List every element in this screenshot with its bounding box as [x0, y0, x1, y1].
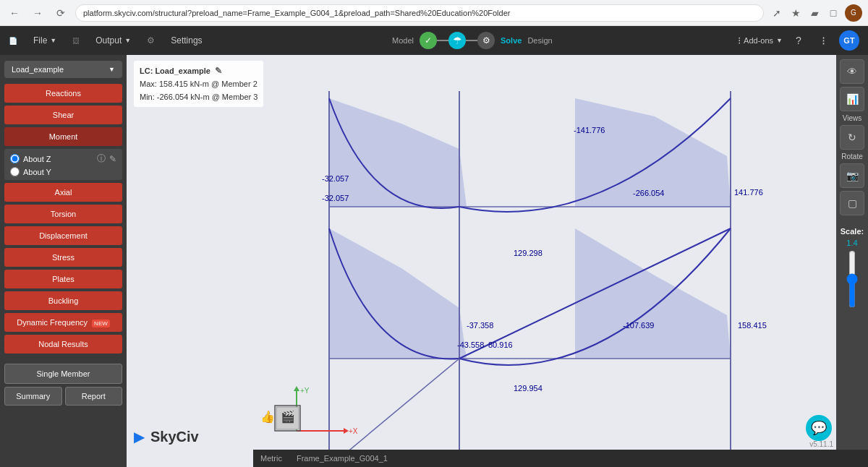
- extensions-icon[interactable]: ▰: [807, 6, 822, 20]
- value-upper-right: 141.776: [734, 188, 763, 197]
- file-menu[interactable]: File ▼: [29, 33, 61, 48]
- views-label: Views: [843, 114, 862, 122]
- nodal-results-button[interactable]: Nodal Results: [4, 335, 122, 354]
- buckling-button[interactable]: Buckling: [4, 291, 122, 310]
- version-text: v5.11.1: [809, 440, 833, 448]
- main-layout: Load_example ▼ Reactions Shear Moment Ab…: [0, 55, 868, 467]
- mode-section: Model ✓ ☂ ⚙ Solve Design: [392, 32, 553, 49]
- value-lower-right-1: -107.639: [623, 321, 654, 330]
- addons-button[interactable]: ⁝ Add-ons ▼: [738, 35, 783, 46]
- load-example-dropdown[interactable]: Load_example ▼: [4, 61, 122, 78]
- report-button[interactable]: Report: [65, 387, 123, 406]
- torsion-button[interactable]: Torsion: [4, 205, 122, 223]
- value-mid-center: 129.298: [514, 249, 542, 257]
- workflow-dot-2[interactable]: ☂: [448, 32, 466, 49]
- value-lower-3: 80.916: [488, 340, 513, 349]
- rotate-button[interactable]: ↻: [840, 125, 864, 150]
- structural-canvas[interactable]: -141.776 -32.057 -32.057 -266.054 141.77…: [127, 55, 868, 467]
- workflow-line-1: [437, 40, 448, 41]
- apps-button[interactable]: ⁝: [814, 32, 832, 49]
- axis-radio-group: About Z ⓘ ✎ About Y: [4, 149, 122, 180]
- main-content: LC: Load_example ✎ Max: 158.415 kN-m @ M…: [127, 55, 868, 467]
- refresh-button[interactable]: ⟳: [52, 4, 69, 22]
- new-badge: NEW: [92, 320, 110, 327]
- moment-button[interactable]: Moment: [4, 127, 122, 146]
- plates-button[interactable]: Plates: [4, 270, 122, 288]
- header-right-actions: ⁝ Add-ons ▼ ? ⁝ GT: [738, 30, 859, 51]
- back-button[interactable]: ←: [6, 4, 23, 22]
- moment-region-3: [329, 228, 467, 359]
- info-icon[interactable]: ⓘ: [97, 153, 106, 165]
- min-result: Min: -266.054 kN-m @ Member 3: [140, 91, 258, 104]
- rotate-label: Rotate: [841, 153, 862, 160]
- summary-report-row: Summary Report: [4, 387, 122, 406]
- right-toolbar: 👁 📊 Views ↻ Rotate 📷 ▢ Scale: 1.4: [836, 55, 868, 467]
- result-title: LC: Load_example ✎: [140, 64, 258, 78]
- output-menu[interactable]: Output ▼: [91, 33, 135, 48]
- browser-actions: ➚ ★ ▰ □ G: [770, 4, 862, 22]
- profile-icon[interactable]: G: [845, 4, 862, 22]
- result-info-panel: LC: Load_example ✎ Max: 158.415 kN-m @ M…: [134, 61, 263, 107]
- eye-button[interactable]: 👁: [840, 59, 864, 84]
- canvas-icons: 👍 🎬: [260, 410, 295, 424]
- chevron-down-icon3: ▼: [776, 37, 783, 44]
- user-avatar[interactable]: GT: [839, 30, 859, 51]
- dynamic-frequency-button[interactable]: Dynamic Frequency NEW: [4, 313, 122, 332]
- grid-icon: ⁝: [738, 35, 741, 46]
- radio-about-z[interactable]: About Z ⓘ ✎: [10, 153, 116, 165]
- bookmark-icon[interactable]: ★: [788, 6, 803, 20]
- layers-button[interactable]: ▢: [840, 191, 864, 215]
- displacement-button[interactable]: Displacement: [4, 226, 122, 245]
- workflow-indicators: ✓ ☂ ⚙: [420, 32, 495, 49]
- url-text: platform.skyciv.com/structural?preload_n…: [83, 9, 510, 17]
- file-name-label: Frame_Example_G004_1: [297, 454, 388, 463]
- value-upper-mid: -266.054: [633, 189, 664, 197]
- svg-text:+X: +X: [349, 427, 358, 435]
- dropdown-chevron: ▼: [109, 66, 115, 73]
- value-lower-1: -37.358: [467, 321, 493, 330]
- camera-button[interactable]: 📷: [840, 163, 864, 188]
- settings-icon: ⚙: [147, 35, 155, 46]
- thumbs-up-icon[interactable]: 👍: [260, 410, 275, 424]
- edit-icon-z[interactable]: ✎: [109, 154, 116, 164]
- share-icon[interactable]: ➚: [770, 6, 784, 20]
- chevron-down-icon: ▼: [50, 37, 56, 44]
- workflow-dot-3[interactable]: ⚙: [477, 32, 495, 49]
- single-member-button[interactable]: Single Member: [4, 364, 122, 384]
- reactions-button[interactable]: Reactions: [4, 84, 122, 103]
- chat-button[interactable]: 💬: [806, 415, 832, 441]
- svg-marker-1: [294, 386, 299, 391]
- url-bar[interactable]: platform.skyciv.com/structural?preload_n…: [75, 4, 764, 22]
- svg-text:+Y: +Y: [300, 387, 310, 395]
- skyciv-logo-icon: ▶: [134, 428, 145, 445]
- chart-button[interactable]: 📊: [840, 87, 864, 111]
- mode-design-label: Design: [527, 36, 552, 45]
- skyciv-logo: ▶ SkyCiv: [134, 428, 199, 445]
- sidebar: Load_example ▼ Reactions Shear Moment Ab…: [0, 55, 127, 467]
- radio-about-y[interactable]: About Y: [10, 167, 116, 176]
- help-button[interactable]: ?: [790, 32, 807, 49]
- scale-value: 1.4: [846, 239, 857, 247]
- settings-menu[interactable]: Settings: [166, 33, 206, 48]
- file-icon: 📄: [9, 37, 17, 45]
- shear-button[interactable]: Shear: [4, 106, 122, 124]
- scale-slider[interactable]: [846, 250, 858, 308]
- workflow-dot-1[interactable]: ✓: [420, 32, 437, 49]
- chevron-down-icon2: ▼: [124, 37, 131, 44]
- value-upper-left-2: -32.057: [322, 194, 349, 202]
- summary-button[interactable]: Summary: [4, 387, 62, 406]
- browser-bar: ← → ⟳ platform.skyciv.com/structural?pre…: [0, 0, 868, 26]
- svg-marker-4: [344, 428, 349, 434]
- max-result: Max: 158.415 kN-m @ Member 2: [140, 78, 258, 91]
- split-icon[interactable]: □: [826, 6, 841, 20]
- mode-model-label: Model: [392, 36, 414, 45]
- value-lower-right-2: 158.415: [738, 321, 767, 330]
- moment-region-1: [329, 98, 467, 207]
- value-lower-center: 129.954: [514, 384, 542, 393]
- forward-button[interactable]: →: [29, 4, 46, 22]
- monitor-icon: 🖼: [72, 37, 80, 45]
- lc-edit-icon[interactable]: ✎: [215, 64, 222, 78]
- video-icon[interactable]: 🎬: [281, 410, 295, 424]
- stress-button[interactable]: Stress: [4, 248, 122, 267]
- axial-button[interactable]: Axial: [4, 183, 122, 202]
